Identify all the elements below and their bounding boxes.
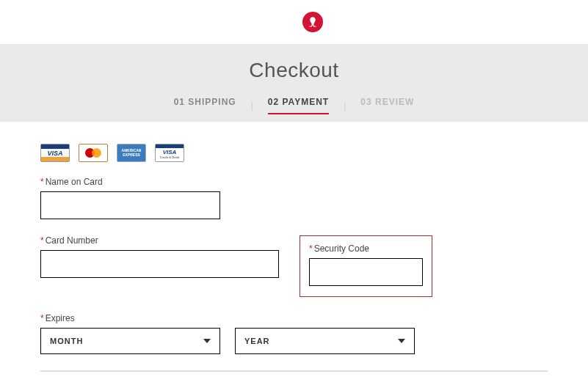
lululemon-icon: [306, 15, 319, 29]
amex-icon: AMERICAN EXPRESS: [117, 144, 146, 162]
header: [0, 0, 588, 44]
step-payment[interactable]: 02 PAYMENT: [268, 97, 329, 114]
card-number-group: *Card Number: [40, 235, 279, 278]
card-number-input[interactable]: [40, 250, 279, 278]
name-on-card-label: *Name on Card: [40, 177, 548, 187]
steps-nav: 01 SHIPPING | 02 PAYMENT | 03 REVIEW: [0, 97, 588, 122]
step-review[interactable]: 03 REVIEW: [360, 97, 414, 114]
expires-year-select[interactable]: YEAR: [235, 328, 415, 354]
expires-month-value: MONTH: [50, 337, 83, 345]
brand-logo[interactable]: [302, 12, 323, 32]
expires-row: *Expires MONTH YEAR: [40, 313, 548, 354]
card-number-security-row: *Card Number *Security Code: [40, 235, 548, 297]
security-code-label: *Security Code: [309, 243, 423, 254]
name-on-card-input[interactable]: [40, 191, 220, 219]
chevron-down-icon: [203, 339, 211, 343]
accepted-cards: VISA AMERICAN EXPRESS VISACredit & Debit: [40, 144, 548, 162]
step-shipping[interactable]: 01 SHIPPING: [174, 97, 236, 114]
expires-month-select[interactable]: MONTH: [40, 328, 220, 354]
mastercard-icon: [79, 144, 108, 162]
step-divider: |: [344, 100, 346, 111]
expires-label: *Expires: [40, 313, 548, 323]
name-on-card-row: *Name on Card: [40, 177, 548, 219]
checkout-steps-header: Checkout 01 SHIPPING | 02 PAYMENT | 03 R…: [0, 44, 588, 122]
expires-year-value: YEAR: [244, 337, 270, 345]
payment-form: VISA AMERICAN EXPRESS VISACredit & Debit…: [0, 122, 588, 385]
visa-icon: VISA: [40, 144, 70, 162]
chevron-down-icon: [398, 339, 405, 343]
visa-debit-icon: VISACredit & Debit: [155, 144, 184, 162]
page-title: Checkout: [0, 59, 588, 82]
security-code-block: *Security Code: [300, 235, 432, 297]
card-number-label: *Card Number: [40, 235, 279, 246]
expires-selects: MONTH YEAR: [40, 328, 548, 354]
security-code-input[interactable]: [309, 258, 423, 286]
step-divider: |: [251, 100, 253, 111]
section-divider: [40, 370, 548, 372]
